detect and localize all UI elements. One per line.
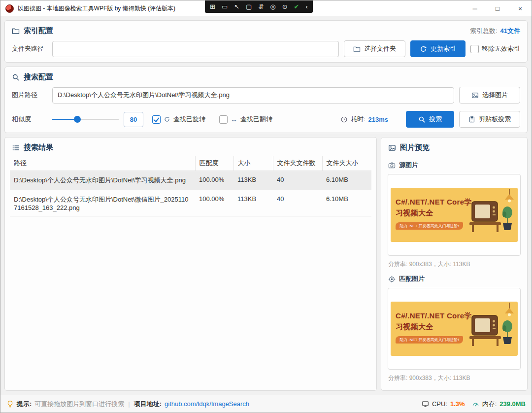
search-config-header: 搜索配置: [5, 67, 527, 84]
results-header-row[interactable]: 路径 匹配度 大小 文件夹文件数 文件夹大小: [10, 156, 371, 171]
elapsed-time: 耗时: 213ms: [340, 115, 388, 124]
index-total-value: 41文件: [500, 27, 520, 35]
select-folder-button[interactable]: 选择文件夹: [344, 40, 405, 57]
statusbar: 提示: 可直接拖放图片到窗口进行搜索 | 项目地址: github.com/ld…: [0, 395, 532, 413]
confirm-icon[interactable]: ✔: [294, 3, 299, 10]
capture-toolbar[interactable]: ⊞▭↖▢⇵◎⊙✔‹: [205, 0, 313, 13]
image-path-input[interactable]: [52, 87, 454, 103]
similarity-row: 相似度 80 查找已旋转 ↔ 查找已翻转 耗时:: [5, 108, 527, 133]
folder-path-input[interactable]: [52, 41, 339, 57]
remove-invalid-checkbox[interactable]: [470, 45, 479, 53]
camera-icon: [388, 162, 396, 169]
source-image-thumbnail: C#/.NET/.NET Core学 习视频大全 助力 .NET 开发者高效入门…: [391, 188, 518, 242]
source-image-card[interactable]: C#/.NET/.NET Core学 习视频大全 助力 .NET 开发者高效入门…: [388, 174, 521, 256]
index-config-header: 索引配置 索引总数: 41文件: [5, 21, 527, 38]
remove-invalid-label: 移除无效索引: [482, 44, 520, 53]
status-separator: |: [128, 400, 130, 408]
similarity-label: 相似度: [12, 115, 47, 124]
table-row[interactable]: D:\Desktop\个人公众号无水印图片\DotNet\微信图片_202511…: [10, 190, 371, 217]
column-size[interactable]: 大小: [233, 156, 273, 171]
results-table-body: D:\Desktop\个人公众号无水印图片\DotNet\学习视频大全.png …: [10, 171, 371, 217]
folder-icon: [353, 45, 361, 53]
delay-capture-icon[interactable]: ⊙: [282, 3, 288, 10]
window-title: 以图搜图 - 本地图像检索工具WPF版 by 懒得勤快 (评估版本): [18, 4, 175, 13]
index-total: 索引总数: 41文件: [470, 27, 520, 35]
cell-match: 100.00%: [195, 190, 233, 217]
cell-path: D:\Desktop\个人公众号无水印图片\DotNet\微信图片_202511…: [10, 190, 195, 217]
system-stats: CPU: 1.3% 内存: 239.0MB: [422, 400, 526, 409]
image-preview-panel: 图片预览 源图片 C#/.NET/.NET Core学 习视频大全 助力 .NE…: [381, 137, 528, 391]
clipboard-search-button[interactable]: 剪贴板搜索: [459, 111, 520, 128]
flip-icon: ↔: [231, 115, 237, 123]
similarity-value[interactable]: 80: [124, 112, 143, 127]
find-flipped-checkbox-group[interactable]: ↔ 查找已翻转: [219, 115, 272, 124]
cell-folder-size: 6.10MB: [322, 171, 371, 190]
select-image-label: 选择图片: [482, 91, 508, 100]
app-window: 以图搜图 - 本地图像检索工具WPF版 by 懒得勤快 (评估版本) ⊞▭↖▢⇵…: [0, 0, 532, 413]
list-icon: [12, 144, 20, 152]
match-image-label-row: 匹配图片: [388, 275, 520, 283]
source-image-label: 源图片: [399, 161, 418, 170]
banner-illustration: [459, 303, 517, 354]
cursor-capture-icon[interactable]: ↖: [234, 3, 239, 10]
capture-window-icon[interactable]: ⊞: [210, 3, 215, 10]
banner-ribbon: 助力 .NET 开发者高效入门与进阶!: [396, 222, 463, 230]
select-image-button[interactable]: 选择图片: [459, 87, 520, 103]
similarity-slider[interactable]: [52, 115, 119, 123]
elapsed-label: 耗时:: [351, 115, 366, 124]
collapse-toolbar-icon[interactable]: ‹: [305, 3, 307, 10]
match-image-card[interactable]: C#/.NET/.NET Core学 习视频大全 助力 .NET 开发者高效入门…: [388, 288, 521, 370]
project-link[interactable]: github.com/ldqk/ImageSearch: [165, 400, 249, 408]
cpu-value: 1.3%: [450, 400, 465, 408]
clipboard-icon: [468, 116, 475, 123]
find-rotated-checkbox-group[interactable]: 查找已旋转: [152, 115, 205, 124]
results-table: 路径 匹配度 大小 文件夹文件数 文件夹大小 D:\Desktop\个人公众号无…: [10, 156, 371, 217]
column-path[interactable]: 路径: [10, 156, 195, 171]
region-capture-icon[interactable]: ▢: [246, 3, 252, 10]
search-icon: [12, 73, 20, 81]
find-rotated-label: 查找已旋转: [173, 115, 205, 124]
scroll-capture-icon[interactable]: ⇵: [258, 3, 264, 10]
cell-size: 113KB: [233, 171, 273, 190]
search-icon: [418, 116, 426, 123]
banner-illustration: [459, 189, 517, 240]
rotate-icon: [164, 116, 170, 123]
index-config-title: 索引配置: [24, 26, 53, 35]
search-config-panel: 搜索配置 图片路径 选择图片 相似度 80 查找已旋转: [4, 67, 528, 133]
cell-size: 113KB: [233, 190, 273, 217]
record-video-icon[interactable]: ▭: [222, 3, 228, 10]
source-image-label-row: 源图片: [388, 161, 520, 170]
folder-icon: [12, 27, 20, 35]
column-folder-size[interactable]: 文件夹大小: [322, 156, 371, 171]
match-image-label: 匹配图片: [399, 275, 425, 283]
maximize-button[interactable]: □: [486, 0, 509, 16]
image-path-label: 图片路径: [12, 91, 47, 100]
search-button-label: 搜索: [429, 115, 442, 124]
memory-label: 内存:: [482, 400, 497, 409]
search-button[interactable]: 搜索: [406, 111, 454, 128]
find-rotated-checkbox[interactable]: [152, 115, 161, 124]
cell-folder-size: 6.10MB: [322, 190, 371, 217]
close-button[interactable]: ×: [509, 0, 532, 16]
slider-thumb[interactable]: [74, 116, 81, 123]
match-image-thumbnail: C#/.NET/.NET Core学 习视频大全 助力 .NET 开发者高效入门…: [391, 302, 518, 356]
image-preview-header: 图片预览: [381, 138, 527, 155]
remove-invalid-checkbox-group[interactable]: 移除无效索引: [470, 44, 520, 53]
search-results-panel: 搜索结果 路径 匹配度 大小 文件夹文件数 文件夹大小 D:\Desktop\个…: [4, 137, 377, 391]
column-folder-count[interactable]: 文件夹文件数: [273, 156, 322, 171]
project-label: 项目地址:: [134, 400, 162, 409]
gif-record-icon[interactable]: ◎: [270, 3, 275, 10]
table-row[interactable]: D:\Desktop\个人公众号无水印图片\DotNet\学习视频大全.png …: [10, 171, 371, 190]
column-match[interactable]: 匹配度: [195, 156, 233, 171]
update-index-button[interactable]: 更新索引: [410, 40, 466, 57]
find-flipped-checkbox[interactable]: [219, 115, 228, 124]
banner-ribbon: 助力 .NET 开发者高效入门与进阶!: [396, 336, 463, 344]
find-flipped-label: 查找已翻转: [240, 115, 272, 124]
search-config-title: 搜索配置: [24, 72, 53, 82]
cell-path: D:\Desktop\个人公众号无水印图片\DotNet\学习视频大全.png: [10, 171, 195, 190]
clock-icon: [340, 116, 348, 123]
image-preview-title: 图片预览: [400, 143, 430, 152]
app-logo-icon: [5, 4, 14, 13]
minimize-button[interactable]: ─: [464, 0, 486, 16]
tip-text: 可直接拖放图片到窗口进行搜索: [34, 400, 124, 409]
